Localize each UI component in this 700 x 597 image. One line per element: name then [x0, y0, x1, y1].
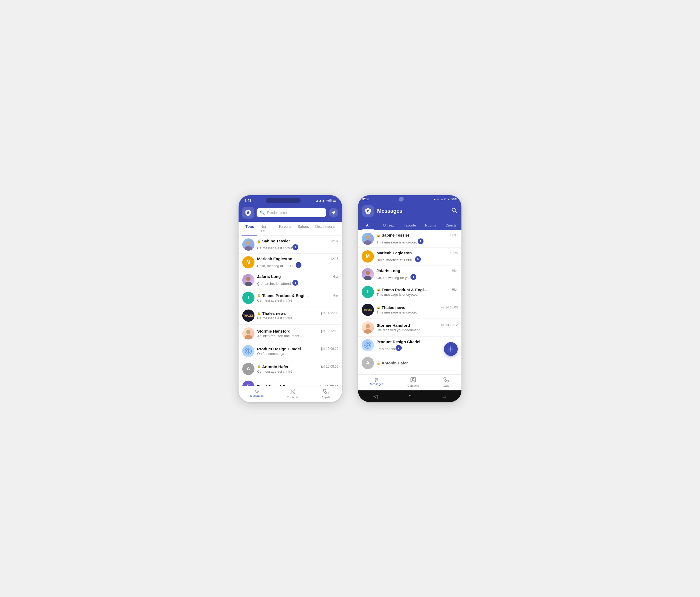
android-bottom-nav: 💬 Messages Contacts Calls [358, 374, 461, 390]
tab-directs[interactable]: Directs [441, 220, 461, 230]
svg-point-18 [366, 271, 370, 275]
tab-unread[interactable]: Unread [379, 220, 399, 230]
message-preview: This message is encrypted [377, 310, 418, 314]
message-content: 🔒 Thales news juil 14 15:00 Ce message e… [257, 311, 338, 320]
android-message-list: 🔒 Sabine Tessier 12:37 This message is e… [358, 230, 461, 374]
avatar [242, 327, 254, 339]
avatar [362, 339, 374, 352]
search-button[interactable] [451, 207, 457, 214]
svg-point-13 [292, 390, 293, 392]
android-time: 3:19 [362, 197, 369, 201]
nav-messages[interactable]: 💬 Messages [370, 378, 383, 386]
android-header: Messages [358, 203, 461, 220]
message-time: juil 13 12:12 [321, 329, 338, 333]
tab-discussions[interactable]: Discussions [312, 222, 338, 235]
tab-non-lus[interactable]: Non lus [257, 222, 276, 235]
message-preview: Ce message est chiffré [257, 369, 293, 373]
lock-icon: 🔒 [257, 365, 261, 368]
avatar: A [362, 357, 374, 369]
list-item[interactable]: A 🔒 Antonin Hafer [358, 354, 461, 372]
nav-contacts[interactable]: Contacts [287, 389, 298, 399]
nav-messages[interactable]: 💬 Messages [250, 390, 264, 397]
nav-contacts[interactable]: Contacts [407, 377, 419, 387]
avatar: THALES [242, 310, 254, 322]
list-item[interactable]: M Marleah Eagleston 12:25 Hello, meeting… [358, 248, 461, 265]
contacts-icon [410, 377, 416, 383]
message-time: Hier [332, 293, 338, 297]
app-logo[interactable] [362, 205, 374, 217]
svg-point-2 [245, 246, 252, 251]
tab-salons[interactable]: Salons [294, 222, 312, 235]
contact-name: Stormie Hansford [257, 329, 291, 333]
tab-favorite[interactable]: Favorite [399, 220, 420, 230]
avatar: M [362, 250, 374, 263]
avatar: THALES [362, 304, 374, 316]
back-button[interactable]: ◁ [373, 393, 377, 399]
message-time: juil 14 15:00 [321, 311, 338, 315]
tab-all[interactable]: All [358, 220, 379, 230]
list-item[interactable]: T 🔒 Teams Product & Engi... Hier Ce mess… [239, 289, 342, 307]
avatar [242, 238, 254, 251]
message-content: 🔒 Thales news juil 14 15:00 This message… [377, 305, 458, 314]
message-preview: Ok, I'm waiting for you [377, 276, 410, 280]
recents-button[interactable]: □ [443, 393, 446, 399]
message-time: Hier [452, 288, 458, 291]
battery-percent: 59% [451, 198, 457, 201]
message-content: 🔒 Sabine Tessier 12:37 Ce message est ch… [257, 239, 338, 250]
list-item[interactable]: 🔒 Sabine Tessier 12:37 This message is e… [358, 230, 461, 248]
message-time: 12:37 [330, 239, 338, 243]
list-item[interactable]: M Marleah Eagleston 12:25 Hello, meeting… [239, 254, 342, 271]
app-logo[interactable] [242, 207, 254, 218]
nav-calls[interactable]: Calls [443, 377, 449, 387]
message-content: Jafaris Long Hier Ça marche, je t'attend… [257, 274, 338, 286]
message-time: juil 10 09:12 [321, 347, 338, 351]
battery-icon: ▲ [447, 198, 450, 201]
svg-point-6 [245, 335, 252, 339]
list-item[interactable]: Jafaris Long Hier Ok, I'm waiting for yo… [358, 265, 461, 283]
list-item[interactable]: A 🔒 Antonin Hafer juil 10 08:56 Ce messa… [239, 360, 342, 378]
compose-button[interactable] [329, 208, 338, 217]
list-item[interactable]: F Front Devs & D... juil 08 17h15 [239, 378, 342, 386]
unread-badge: 1 [418, 238, 424, 244]
battery-icon: ▬ [333, 199, 336, 202]
list-item[interactable]: 🔒 Sabine Tessier 12:37 Ce message est ch… [239, 236, 342, 254]
message-content: Marleah Eagleston 12:25 Hello, meeting a… [377, 251, 458, 262]
list-item[interactable]: Stormie Hansford juil 13 12:12 I've rece… [358, 319, 461, 337]
ios-phone: 9:41 ▲▲▲ wifi ▬ 🔍 Rechercher... [239, 195, 342, 402]
avatar [362, 268, 374, 280]
home-button[interactable]: ○ [408, 393, 411, 399]
message-content: Marleah Eagleston 12:25 Hello, meeting a… [257, 257, 338, 268]
svg-point-15 [452, 208, 455, 211]
message-preview: This message is encrypted [377, 292, 418, 296]
lock-icon: 🔒 [257, 311, 261, 315]
message-time: Hier [332, 275, 338, 279]
svg-point-5 [246, 330, 250, 334]
message-content: 🔒 Antonin Hafer juil 10 08:56 Ce message… [257, 364, 338, 373]
fab-button[interactable] [444, 342, 458, 356]
list-item[interactable]: THALES 🔒 Thales news juil 14 15:00 Ce me… [239, 307, 342, 325]
list-item[interactable]: Product Design Citadel juil 10 09:12 On … [239, 342, 342, 360]
page-title: Messages [377, 208, 448, 214]
message-preview: This message is encrypted [377, 240, 418, 244]
messages-icon: 💬 [255, 390, 259, 393]
list-item[interactable]: THALES 🔒 Thales news juil 14 15:00 This … [358, 301, 461, 319]
contact-name: 🔒 Sabine Tessier [257, 239, 290, 243]
contact-name: 🔒 Teams Product & Engi... [257, 293, 307, 298]
list-item[interactable]: T 🔒 Teams Product & Engi... Hier This me… [358, 283, 461, 301]
list-item[interactable]: Stormie Hansford juil 13 12:12 J'ai bien… [239, 325, 342, 342]
search-bar[interactable]: 🔍 Rechercher... [257, 208, 326, 217]
message-time: 12:37 [450, 233, 458, 237]
contact-name: 🔒 Thales news [257, 311, 286, 316]
message-time: 12:25 [450, 251, 458, 255]
tab-tous[interactable]: Tous [242, 222, 257, 235]
svg-point-3 [246, 277, 250, 281]
tab-rooms[interactable]: Rooms [420, 220, 441, 230]
search-placeholder: Rechercher... [267, 210, 291, 215]
message-preview: Ce message est chiffré. [257, 298, 293, 302]
contact-name: 🔒 Antonin Hafer [257, 364, 289, 369]
message-preview: Ce message est chiffré [257, 316, 293, 320]
tab-favoris[interactable]: Favoris [276, 222, 295, 235]
list-item[interactable]: Jafaris Long Hier Ça marche, je t'attend… [239, 271, 342, 289]
contact-name: 🔒 Teams Product & Engi... [377, 287, 427, 292]
nav-calls[interactable]: Appels [322, 389, 331, 399]
